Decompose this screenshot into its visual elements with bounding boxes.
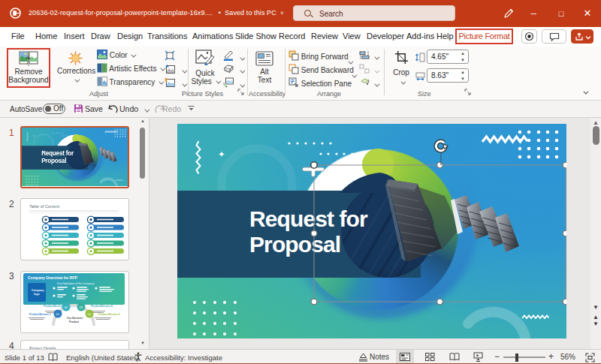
svg-text:Product/Service 4: Product/Service 4 — [91, 305, 113, 308]
svg-text:01: 01 — [56, 312, 60, 316]
svg-text:Key Highlights of the Company: Key Highlights of the Company — [57, 282, 95, 285]
svg-text:Company Overview for RFP: Company Overview for RFP — [28, 275, 78, 280]
svg-text:04: 04 — [88, 312, 92, 316]
svg-text:Table of Content: Table of Content — [29, 204, 60, 209]
svg-text:Product: Product — [69, 320, 80, 323]
svg-text:Product/Service 2: Product/Service 2 — [98, 313, 120, 316]
svg-text:Product/Service 3: Product/Service 3 — [44, 305, 65, 308]
svg-text:Company: Company — [32, 289, 44, 292]
svg-text:Our Services': Our Services' — [67, 317, 83, 320]
svg-text:03: 03 — [80, 305, 83, 309]
svg-text:logo: logo — [34, 293, 40, 296]
svg-text:02: 02 — [65, 305, 68, 309]
svg-text:Product/Service 1: Product/Service 1 — [29, 313, 51, 316]
